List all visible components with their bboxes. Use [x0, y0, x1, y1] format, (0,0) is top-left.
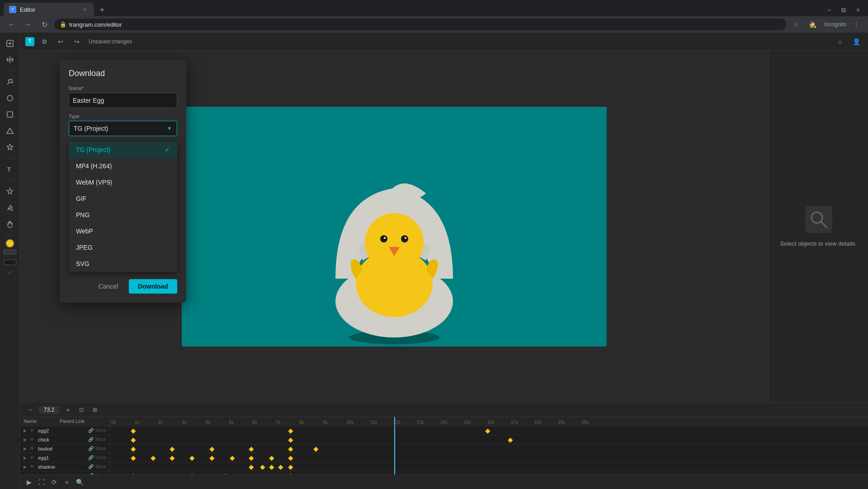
dropdown-item-png[interactable]: PNG — [69, 207, 177, 223]
select-tool-btn[interactable] — [3, 36, 17, 51]
kf-chick-2[interactable] — [288, 437, 293, 442]
tab-close-btn[interactable]: × — [81, 6, 89, 13]
loop-btn[interactable]: ⟳ — [49, 477, 60, 488]
layer-eggs[interactable]: ▶ 👁 eggs 🔗 None — [20, 471, 110, 475]
zoom-extra-btn[interactable]: ⊞ — [90, 405, 100, 415]
layer-chick[interactable]: ▶ 👁 chick 🔗 None — [20, 435, 110, 444]
layer-basket[interactable]: ▶ 👁 basket 🔗 None — [20, 444, 110, 453]
restore-btn[interactable]: ⧉ — [837, 4, 850, 16]
refresh-btn[interactable]: ↻ — [38, 18, 51, 31]
kf-eggs-3[interactable] — [223, 474, 228, 475]
download-button[interactable]: Download — [129, 279, 177, 294]
redo-btn[interactable]: ↪ — [71, 35, 83, 48]
incognito-btn[interactable]: 🕵 — [806, 18, 819, 31]
kf-egg2-2[interactable] — [288, 428, 293, 433]
dropdown-item-webm[interactable]: WebM (VP9) — [69, 174, 177, 190]
kf-basket-2[interactable] — [170, 446, 175, 451]
dropdown-item-mp4[interactable]: MP4 (H.264) — [69, 158, 177, 174]
rect-tool-btn[interactable] — [3, 107, 17, 122]
zoom-fit-btn[interactable]: ⊡ — [76, 405, 86, 415]
triangle-tool-btn[interactable] — [3, 123, 17, 138]
kf-basket-3[interactable] — [209, 446, 214, 451]
zoom-out-btn[interactable]: − — [25, 405, 35, 415]
kf-egg1-1[interactable] — [131, 456, 136, 461]
dropdown-item-jpeg[interactable]: JPEG — [69, 239, 177, 256]
visibility-icon-2[interactable]: 👁 — [30, 446, 34, 451]
kf-eggs-4[interactable] — [288, 474, 293, 475]
cancel-button[interactable]: Cancel — [91, 279, 126, 294]
dropdown-item-svg[interactable]: SVG — [69, 256, 177, 272]
kf-eggs-2[interactable] — [189, 474, 194, 475]
kf-egg1-8[interactable] — [269, 456, 274, 461]
minimize-btn[interactable]: − — [823, 4, 835, 16]
kf-egg1-3[interactable] — [170, 456, 175, 461]
kf-basket-4[interactable] — [249, 446, 254, 451]
layer-egg1[interactable]: ▶ 👁 egg1 🔗 None — [20, 453, 110, 462]
play-button[interactable]: ▶ — [24, 477, 34, 488]
kf-basket-6[interactable] — [313, 446, 318, 451]
bookmark-btn[interactable]: ☆ — [790, 18, 802, 31]
kf-shadow-4[interactable] — [278, 465, 283, 470]
kf-chick-1[interactable] — [131, 437, 136, 442]
kf-shadow-2[interactable] — [260, 465, 265, 470]
kf-r-chick-1[interactable] — [508, 437, 513, 442]
close-btn[interactable]: × — [852, 4, 864, 16]
kf-egg2-1[interactable] — [131, 428, 136, 433]
kf-shadow-3[interactable] — [269, 465, 274, 470]
zoom-value[interactable]: 73.2 — [39, 406, 59, 414]
paint-tool-btn[interactable] — [3, 200, 17, 215]
kf-basket-1[interactable] — [131, 446, 136, 451]
settings-btn[interactable]: ⚙ — [38, 35, 51, 48]
dropdown-item-webp[interactable]: WebP — [69, 223, 177, 239]
gradient-tool-btn[interactable]: ⟋ — [5, 268, 14, 277]
kf-r-egg2-1[interactable] — [485, 428, 490, 433]
visibility-icon-0[interactable]: 👁 — [30, 428, 34, 433]
circle-tool-btn[interactable] — [3, 91, 17, 105]
user-btn[interactable]: 👤 — [850, 35, 863, 48]
kf-egg1-6[interactable] — [230, 456, 235, 461]
star-tool-btn[interactable] — [3, 140, 17, 154]
new-tab-btn[interactable]: + — [96, 4, 108, 16]
bg-color[interactable] — [4, 260, 16, 265]
zoom-in-btn[interactable]: + — [63, 405, 73, 415]
address-bar[interactable]: 🔒 trangram.com/editor — [54, 19, 786, 30]
dropdown-item-gif[interactable]: GIF — [69, 190, 177, 207]
stroke-color[interactable] — [4, 250, 16, 254]
kf-egg1-7[interactable] — [249, 456, 254, 461]
visibility-icon-3[interactable]: 👁 — [30, 455, 34, 460]
kf-shadow-5[interactable] — [288, 465, 293, 470]
timeline-playhead-line[interactable] — [394, 426, 395, 475]
fullscreen-btn[interactable]: ⛶ — [36, 477, 47, 488]
kf-shadow-1[interactable] — [249, 465, 254, 470]
zoom-timeline-btn[interactable]: 🔍 — [74, 477, 85, 488]
layer-egg2[interactable]: ▶ 👁 egg2 🔗 None — [20, 426, 110, 435]
kf-egg1-9[interactable] — [288, 456, 293, 461]
hand-tool-btn[interactable] — [3, 217, 17, 231]
playhead[interactable] — [394, 417, 395, 426]
text-tool-btn[interactable]: T — [3, 162, 17, 176]
kf-basket-5[interactable] — [288, 446, 293, 451]
name-input[interactable] — [69, 93, 177, 108]
kf-egg1-5[interactable] — [209, 456, 214, 461]
forward-btn[interactable]: → — [22, 18, 34, 31]
layer-shadow[interactable]: ▶ 👁 shadow 🔗 None — [20, 462, 110, 471]
effects-tool-btn[interactable] — [3, 184, 17, 199]
fill-color[interactable] — [5, 239, 14, 248]
pen-tool-btn[interactable] — [3, 75, 17, 89]
kf-eggs-1[interactable] — [131, 474, 136, 475]
ruler-mark-18s: 18s — [533, 418, 557, 426]
home-btn[interactable]: ⌂ — [834, 35, 846, 48]
kf-egg1-2[interactable] — [151, 456, 156, 461]
type-select[interactable]: TG (Project) ▼ — [69, 121, 177, 136]
visibility-icon-4[interactable]: 👁 — [30, 464, 34, 469]
canvas-area[interactable]: Download Name* Type TG (Project) ▼ — [20, 51, 769, 402]
visibility-icon-1[interactable]: 👁 — [30, 437, 34, 442]
add-keyframe-btn[interactable]: + — [61, 477, 72, 488]
browser-tab[interactable]: T Editor × — [4, 3, 94, 16]
move-tool-btn[interactable] — [3, 52, 17, 67]
kf-egg1-4[interactable] — [189, 456, 194, 461]
back-btn[interactable]: ← — [5, 18, 18, 31]
dropdown-item-tg-project[interactable]: TG (Project) ✓ — [69, 142, 177, 158]
undo-btn[interactable]: ↩ — [54, 35, 67, 48]
more-btn[interactable]: ⋮ — [850, 18, 863, 31]
